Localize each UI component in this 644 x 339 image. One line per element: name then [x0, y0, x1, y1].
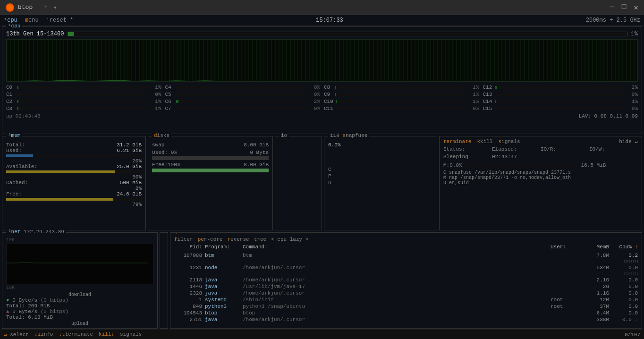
window-title: btop: [18, 4, 33, 11]
snapfuse-panel: 118 snapfuse 0.0% C P U: [324, 136, 437, 230]
proc-row[interactable]: 1231 node /home/arkjun/.cursor 534M 0.0: [174, 264, 638, 277]
mem-used-row: Used: 6.21 GiB: [6, 148, 142, 153]
core-c11: C11 0%: [324, 106, 479, 111]
mem-cached-label: Cached:: [6, 180, 28, 186]
lav: LAV: 0.08 0.11 0.09: [579, 113, 638, 119]
cpu-graph-svg: [7, 40, 637, 81]
disks-swap-val: 8.00 GiB: [244, 142, 269, 148]
dropdown-button[interactable]: ▾: [53, 4, 57, 11]
proc-panel-label: proc: [174, 232, 190, 235]
cpu-c-letter: C: [328, 167, 433, 172]
col-memb: MemB: [584, 244, 612, 250]
maximize-button[interactable]: □: [622, 3, 627, 12]
mem-total-val: 31.2 GiB: [117, 142, 142, 148]
cpu-total-bar-fill: [68, 32, 74, 36]
core-c3: C3 1%: [6, 106, 161, 111]
terminate-cmd1: C snapfuse /var/lib/snapd/snaps/snapd_23…: [443, 170, 638, 175]
proc-filter-btn[interactable]: filter: [174, 237, 193, 242]
reset-item[interactable]: ¹reset *: [46, 17, 74, 24]
middle-row: ²mem Total: 31.2 GiB Used: 6.21 GiB 20% …: [2, 136, 642, 230]
disks-used-label: Used: 0%: [152, 150, 177, 155]
proc-row[interactable]: 2751 java /home/arkjun/.cursor 338M 0.0 …: [174, 316, 638, 323]
cpu-total-bar: [68, 32, 627, 36]
cpu-menu-item[interactable]: ¹cpu: [4, 17, 17, 24]
proc-reverse-btn[interactable]: reverse: [227, 237, 249, 242]
terminate-panel-header: terminate kkill signals hide ↵: [443, 138, 638, 144]
pid: 107988: [174, 253, 205, 264]
cpu-u-letter: U: [328, 180, 433, 186]
kill-status-btn[interactable]: kill↓: [99, 331, 114, 338]
kill-button[interactable]: kkill: [477, 139, 492, 144]
topbar-left: ¹cpu menu ¹reset *: [4, 17, 73, 24]
proc-header-bar: filter per-core reverse tree < cpu lazy …: [174, 237, 638, 242]
col-command: Command:: [243, 244, 551, 250]
net-down-rate: 0 Byte/s: [12, 297, 37, 303]
bottom-row: ³net 172.29.243.89 10K 10K download ▼ 0 …: [2, 232, 642, 329]
terminate-mem-row: M:0.0% 16.5 MiB: [443, 162, 638, 168]
net-graph-svg: [7, 244, 153, 284]
core-c12: C12 2%: [483, 85, 638, 90]
core-c8: C8 1%: [324, 85, 479, 90]
terminate-status-btn[interactable]: ↓tterminate: [59, 331, 93, 338]
proc-tree-btn[interactable]: tree: [254, 237, 266, 242]
core-c5: C5 0%: [165, 92, 321, 97]
new-tab-button[interactable]: +: [44, 4, 48, 11]
mem-avail-label: Available:: [6, 164, 37, 170]
net-up-total-label: Total:: [6, 314, 25, 320]
close-button[interactable]: ✕: [634, 3, 638, 12]
proc-cpu-btn[interactable]: < cpu lazy >: [271, 237, 308, 242]
cpu-cores-grid: C0 1% C4 0% C8 1% C12 2% C1: [6, 85, 638, 111]
mem-avail-bar: [6, 170, 142, 173]
elapsed-label: Elapsed:: [492, 146, 541, 152]
proc-row[interactable]: 1446 java /usr/lib/jvm/java-17 2G 0.0: [174, 283, 638, 290]
topbar-right: 2000ms + 2.5 GHz: [586, 17, 640, 24]
net-graph: [6, 244, 153, 284]
net-up-rate-row: ▲ 0 Byte/s (0 bitps): [6, 309, 153, 314]
mem-cached-val: 500 MiB: [120, 180, 142, 186]
signals-status-btn[interactable]: signals: [120, 331, 142, 338]
core-c0-bar: [17, 86, 150, 89]
disks-swap-label: swap: [152, 142, 164, 148]
mem-used-bar-fill: [6, 154, 33, 157]
disks-used-bar-row: [152, 156, 269, 160]
hide-button[interactable]: hide ↵: [619, 138, 638, 144]
signals-button[interactable]: signals: [498, 139, 520, 144]
proc-percore-btn[interactable]: per-core: [198, 237, 223, 242]
net-up-parens: (0 bitps): [41, 309, 68, 314]
terminate-button[interactable]: terminate: [443, 139, 471, 144]
info-btn[interactable]: ↓iinfo: [34, 331, 53, 338]
disks-free-row: Free:100% 8.00 GiB: [152, 162, 269, 168]
core-c2: C2 1%: [6, 99, 161, 104]
proc-row[interactable]: 104543 btop btop 6.4M 0.0: [174, 310, 638, 316]
disks-free-label: Free:100%: [152, 162, 180, 168]
mem-panel-label: ²mem: [6, 133, 22, 138]
net-upload-label: upload: [6, 321, 153, 326]
core-c1: C1 0%: [6, 92, 161, 97]
io-label: io: [279, 133, 289, 138]
net-scale-bottom: 10K: [6, 285, 153, 290]
mem-panel: ²mem Total: 31.2 GiB Used: 6.21 GiB 20% …: [2, 136, 146, 230]
cpu-panel: ¹cpu 13th Gen i5-13400 1% C0 1%: [2, 26, 642, 134]
proc-row[interactable]: 107988 btm btm 7.8M 0.2: [174, 252, 638, 264]
mem-free-val: 24.6 GiB: [117, 191, 142, 197]
net-up-total: 6.18 MiB: [28, 314, 53, 320]
core-c14: C14 1%: [483, 99, 638, 104]
mem-total-row: Total: 31.2 GiB: [6, 142, 142, 148]
cpu-panel-label: ¹cpu: [6, 23, 22, 29]
cpu-model: 13th Gen i5-13400: [6, 31, 64, 37]
proc-rows-container: 107988 btm btm 7.8M 0.2 1231 node /home/…: [174, 252, 638, 326]
titlebar: btop + ▾ — □ ✕: [0, 0, 644, 15]
btop-main: ¹cpu menu ¹reset * 15:07:33 2000ms + 2.5…: [0, 15, 644, 339]
terminate-mem-val: 16.5 MiB: [581, 162, 606, 168]
proc-row[interactable]: 1 systemd /sbin/init root 12M 0.0: [174, 297, 638, 303]
proc-row[interactable]: 848 python3 python3 /snap/ubuntu root 37…: [174, 303, 638, 310]
menu-item[interactable]: menu: [25, 17, 39, 24]
snapfuse-cpu: C P U: [328, 167, 433, 186]
minimize-button[interactable]: —: [610, 3, 614, 12]
disks-content: swap 8.00 GiB Used: 0% 0 Byte Free:100% …: [152, 142, 269, 172]
net-ip: 172.29.243.89: [24, 229, 64, 235]
proc-row[interactable]: 2328 java /home/arkjun/.cursor 1.1G 0.0: [174, 290, 638, 297]
net-panel: ³net 172.29.243.89 10K 10K download ▼ 0 …: [2, 232, 158, 329]
select-btn[interactable]: ↵ select: [4, 331, 29, 338]
proc-row[interactable]: 2118 java /home/arkjun/.cursor 2.1G 0.0: [174, 277, 638, 283]
